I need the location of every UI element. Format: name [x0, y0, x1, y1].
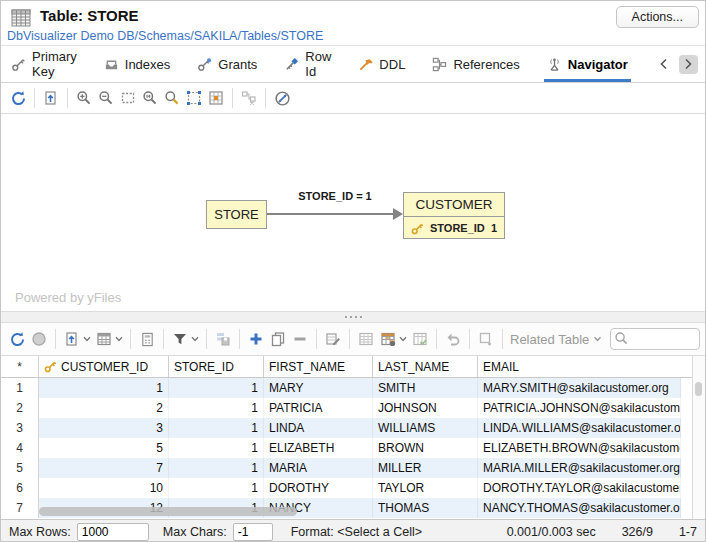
breadcrumb[interactable]: DbVisualizer Demo DB/Schemas/SAKILA/Tabl…	[7, 29, 323, 43]
grid-row[interactable]: 331LINDAWILLIAMSLINDA.WILLIAMS@sakilacus…	[1, 418, 705, 438]
chevron-down-icon[interactable]	[83, 336, 91, 342]
cell-first-name[interactable]: PATRICIA	[264, 398, 373, 418]
cell-customer-id[interactable]: 1	[39, 378, 169, 398]
insert-row-icon[interactable]	[245, 328, 267, 350]
refresh-grid-icon[interactable]	[6, 328, 28, 350]
cell-email[interactable]: PATRICIA.JOHNSON@sakilacustomer.org	[478, 398, 681, 418]
pane-splitter[interactable]	[1, 311, 705, 323]
grid-row[interactable]: 451ELIZABETHBROWNELIZABETH.BROWN@sakilac…	[1, 438, 705, 458]
customer-node-title[interactable]: CUSTOMER	[404, 193, 504, 217]
zoom-selection-icon[interactable]	[161, 87, 183, 109]
add-cell-icon[interactable]	[475, 328, 497, 350]
actions-button[interactable]: Actions...	[616, 6, 699, 28]
cell-first-name[interactable]: DOROTHY	[264, 478, 373, 498]
max-rows-input[interactable]	[77, 523, 149, 541]
edit-row-icon[interactable]	[322, 328, 344, 350]
cell-last-name[interactable]: THOMAS	[373, 498, 478, 518]
row-number[interactable]: 5	[1, 458, 39, 478]
undo-icon[interactable]	[442, 328, 464, 350]
cell-customer-id[interactable]: 2	[39, 398, 169, 418]
stop-icon[interactable]	[28, 328, 50, 350]
zoom-out-icon[interactable]	[95, 87, 117, 109]
row-number[interactable]: 6	[1, 478, 39, 498]
vertical-scrollbar-thumb[interactable]	[695, 382, 702, 396]
max-chars-input[interactable]	[233, 523, 273, 541]
cell-email[interactable]: NANCY.THOMAS@sakilacustomer.org	[478, 498, 681, 518]
cell-first-name[interactable]: MARIA	[264, 458, 373, 478]
cell-customer-id[interactable]: 10	[39, 478, 169, 498]
cell-store-id[interactable]: 1	[169, 458, 264, 478]
export-grid-icon[interactable]	[61, 328, 83, 350]
column-header-email[interactable]: EMAIL	[478, 356, 681, 377]
grid-check-icon[interactable]	[409, 328, 431, 350]
cell-last-name[interactable]: WILLIAMS	[373, 418, 478, 438]
cell-first-name[interactable]: LINDA	[264, 418, 373, 438]
cell-email[interactable]: DOROTHY.TAYLOR@sakilacustomer.org	[478, 478, 681, 498]
cell-email[interactable]: LINDA.WILLIAMS@sakilacustomer.org	[478, 418, 681, 438]
diagram-node-store[interactable]: STORE	[206, 200, 267, 229]
grid-settings-icon[interactable]	[377, 328, 399, 350]
row-number[interactable]: 3	[1, 418, 39, 438]
cell-email[interactable]: MARY.SMITH@sakilacustomer.org	[478, 378, 681, 398]
refresh-icon[interactable]	[7, 87, 29, 109]
chevron-down-icon[interactable]	[191, 336, 199, 342]
cell-last-name[interactable]: BROWN	[373, 438, 478, 458]
row-number[interactable]: 2	[1, 398, 39, 418]
chevron-down-icon[interactable]	[399, 336, 407, 342]
grid-row[interactable]: 221PATRICIAJOHNSONPATRICIA.JOHNSON@sakil…	[1, 398, 705, 418]
relation-edge[interactable]	[267, 213, 395, 215]
calculator-icon[interactable]	[136, 328, 158, 350]
grid-row[interactable]: 111MARYSMITHMARY.SMITH@sakilacustomer.or…	[1, 378, 705, 398]
grid-row[interactable]: 6101DOROTHYTAYLORDOROTHY.TAYLOR@sakilacu…	[1, 478, 705, 498]
grid-view-icon[interactable]	[93, 328, 115, 350]
fit-content-icon[interactable]	[183, 87, 205, 109]
duplicate-row-icon[interactable]	[267, 328, 289, 350]
cell-customer-id[interactable]: 5	[39, 438, 169, 458]
related-table-dropdown[interactable]: Related Table	[510, 332, 602, 347]
tab-navigator[interactable]: Navigator	[547, 46, 628, 82]
vertical-scrollbar[interactable]	[692, 356, 705, 519]
cell-last-name[interactable]: TAYLOR	[373, 478, 478, 498]
cell-email[interactable]: ELIZABETH.BROWN@sakilacustomer.org	[478, 438, 681, 458]
tab-primary-key[interactable]: Primary Key	[11, 46, 77, 82]
customer-node-field-row[interactable]: STORE_ID 1	[404, 217, 504, 239]
relation-label[interactable]: STORE_ID = 1	[298, 190, 371, 202]
tab-row-id[interactable]: Row Id	[284, 46, 331, 82]
cell-store-id[interactable]: 1	[169, 418, 264, 438]
delete-row-icon[interactable]	[289, 328, 311, 350]
filter-icon[interactable]	[169, 328, 191, 350]
chevron-right-icon[interactable]	[679, 55, 698, 74]
grid-row[interactable]: 571MARIAMILLERMARIA.MILLER@sakilacustome…	[1, 458, 705, 478]
fit-selection-icon[interactable]	[205, 87, 227, 109]
row-number-header[interactable]: *	[1, 356, 39, 377]
row-number[interactable]: 7	[1, 498, 39, 518]
chevron-down-icon[interactable]	[115, 336, 123, 342]
navigator-settings-icon[interactable]	[271, 87, 293, 109]
remove-node-icon[interactable]	[238, 87, 260, 109]
cell-customer-id[interactable]: 7	[39, 458, 169, 478]
cell-store-id[interactable]: 1	[169, 438, 264, 458]
cell-last-name[interactable]: JOHNSON	[373, 398, 478, 418]
cell-email[interactable]: MARIA.MILLER@sakilacustomer.org	[478, 458, 681, 478]
diagram-node-customer[interactable]: CUSTOMER STORE_ID 1	[403, 192, 505, 239]
column-header-last-name[interactable]: LAST_NAME	[373, 356, 478, 377]
grid-plain-icon[interactable]	[355, 328, 377, 350]
tab-grants[interactable]: Grants	[197, 46, 257, 82]
cell-first-name[interactable]: MARY	[264, 378, 373, 398]
cell-customer-id[interactable]: 3	[39, 418, 169, 438]
cell-store-id[interactable]: 1	[169, 398, 264, 418]
navigator-diagram-canvas[interactable]: STORE_ID = 1 STORE CUSTOMER STORE_ID 1 P…	[1, 114, 705, 311]
zoom-in-icon[interactable]	[73, 87, 95, 109]
save-edits-icon[interactable]	[212, 328, 234, 350]
cell-last-name[interactable]: MILLER	[373, 458, 478, 478]
tab-ddl[interactable]: DDL	[358, 46, 405, 82]
row-number[interactable]: 4	[1, 438, 39, 458]
cell-store-id[interactable]: 1	[169, 378, 264, 398]
cell-last-name[interactable]: SMITH	[373, 378, 478, 398]
marquee-zoom-icon[interactable]	[117, 87, 139, 109]
chevron-left-icon[interactable]	[655, 55, 674, 74]
tab-references[interactable]: References	[432, 46, 519, 82]
horizontal-scrollbar-thumb[interactable]	[39, 507, 297, 516]
cell-store-id[interactable]: 1	[169, 478, 264, 498]
column-header-first-name[interactable]: FIRST_NAME	[264, 356, 373, 377]
